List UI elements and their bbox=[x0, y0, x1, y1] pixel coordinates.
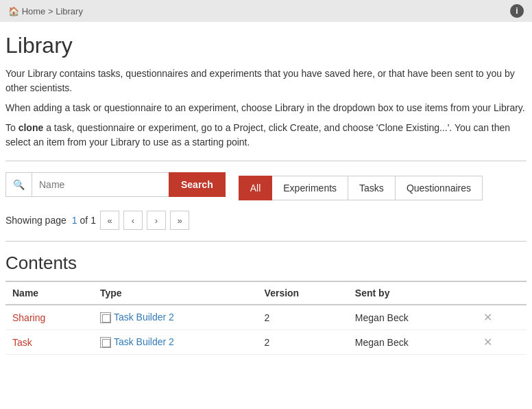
contents-table: Name Type Version Sent by SharingTask Bu… bbox=[5, 281, 527, 355]
cell-version: 2 bbox=[258, 330, 348, 355]
current-page: 1 bbox=[72, 215, 77, 226]
col-version: Version bbox=[258, 281, 348, 305]
first-page-button[interactable]: « bbox=[100, 211, 119, 230]
page-title: Library bbox=[5, 33, 527, 58]
cell-type: Task Builder 2 bbox=[93, 330, 258, 355]
cell-type: Task Builder 2 bbox=[93, 305, 258, 330]
info-icon[interactable]: i bbox=[510, 4, 524, 18]
description-3a-text: To bbox=[5, 122, 19, 133]
task-builder-icon bbox=[100, 337, 111, 348]
total-pages: 1 bbox=[90, 215, 96, 226]
home-icon: 🏠 bbox=[8, 6, 19, 16]
search-icon-box: 🔍 bbox=[5, 172, 32, 197]
next-page-button[interactable]: › bbox=[147, 211, 166, 230]
breadcrumb-bar: 🏠 Home > Library i bbox=[0, 0, 532, 22]
col-type: Type bbox=[93, 281, 258, 305]
item-type-link[interactable]: Task Builder 2 bbox=[114, 336, 174, 347]
table-row: SharingTask Builder 22Megan Beck✕ bbox=[5, 305, 527, 330]
search-button[interactable]: Search bbox=[169, 172, 226, 197]
last-page-button[interactable]: » bbox=[170, 211, 189, 230]
prev-page-button[interactable]: ‹ bbox=[123, 211, 143, 230]
description-3c-text: a task, questionnaire or experiment, go … bbox=[5, 122, 510, 148]
table-row: TaskTask Builder 22Megan Beck✕ bbox=[5, 330, 527, 355]
filter-experiments-button[interactable]: Experiments bbox=[271, 176, 348, 200]
breadcrumb-separator: > bbox=[48, 6, 53, 16]
col-actions bbox=[474, 281, 527, 305]
remove-item-button[interactable]: ✕ bbox=[481, 336, 495, 349]
table-header-row: Name Type Version Sent by bbox=[5, 281, 527, 305]
search-icon: 🔍 bbox=[13, 179, 25, 190]
col-sent-by: Sent by bbox=[348, 281, 474, 305]
divider-2 bbox=[5, 241, 527, 242]
item-type-link[interactable]: Task Builder 2 bbox=[114, 312, 174, 323]
item-name-link[interactable]: Sharing bbox=[12, 312, 45, 323]
search-input[interactable] bbox=[32, 172, 169, 197]
cell-version: 2 bbox=[258, 305, 348, 330]
filter-questionnaires-button[interactable]: Questionnaires bbox=[395, 176, 483, 200]
cell-action: ✕ bbox=[474, 305, 527, 330]
cell-name: Task bbox=[5, 330, 93, 355]
cell-action: ✕ bbox=[474, 330, 527, 355]
filter-tasks-button[interactable]: Tasks bbox=[348, 176, 396, 200]
pagination-row: Showing page 1 of 1 « ‹ › » bbox=[5, 211, 527, 230]
remove-item-button[interactable]: ✕ bbox=[481, 311, 495, 324]
clone-bold: clone bbox=[19, 122, 44, 133]
contents-title: Contents bbox=[5, 253, 527, 274]
breadcrumb-home-link[interactable]: Home bbox=[22, 6, 46, 16]
breadcrumb-current: Library bbox=[56, 6, 83, 16]
filter-buttons: All Experiments Tasks Questionnaires bbox=[239, 176, 483, 200]
showing-text: Showing page bbox=[5, 215, 66, 226]
description-1: Your Library contains tasks, questionnai… bbox=[5, 67, 527, 95]
item-name-link[interactable]: Task bbox=[12, 337, 32, 348]
search-bar: 🔍 Search bbox=[5, 172, 226, 197]
task-builder-icon bbox=[100, 312, 111, 323]
col-name: Name bbox=[5, 281, 93, 305]
main-content: Library Your Library contains tasks, que… bbox=[0, 22, 532, 366]
description-2: When adding a task or questionnaire to a… bbox=[5, 101, 527, 115]
of-text: of bbox=[80, 215, 88, 226]
search-filter-row: 🔍 Search All Experiments Tasks Questionn… bbox=[5, 172, 527, 204]
breadcrumb: 🏠 Home > Library bbox=[8, 6, 83, 16]
cell-sent-by: Megan Beck bbox=[348, 305, 474, 330]
divider-1 bbox=[5, 161, 527, 161]
filter-all-button[interactable]: All bbox=[239, 176, 273, 200]
description-3: To clone a task, questionnaire or experi… bbox=[5, 121, 527, 150]
cell-name: Sharing bbox=[5, 305, 93, 330]
cell-sent-by: Megan Beck bbox=[348, 330, 474, 355]
